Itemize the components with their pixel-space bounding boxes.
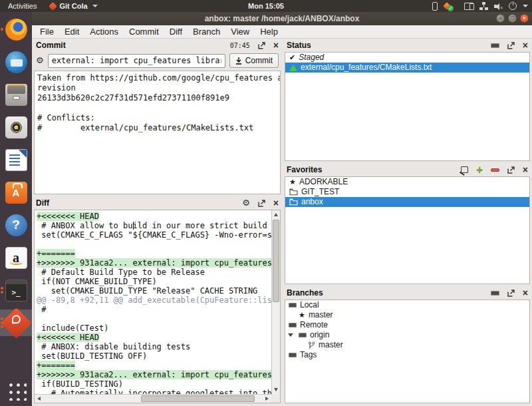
close-icon[interactable]: × (523, 289, 528, 297)
diff-line: +======= (37, 249, 271, 258)
diff-panel: Diff ⚙ × +<<<<<<< HEAD # ANBOX allow to … (32, 196, 283, 405)
vertical-scrollbar[interactable] (271, 210, 280, 394)
launcher-thunderbird-icon[interactable] (0, 49, 32, 75)
close-icon[interactable]: × (523, 166, 528, 174)
status-group-staged[interactable]: ✔Staged (285, 53, 529, 63)
launcher-files-icon[interactable] (0, 81, 32, 108)
git-cola-mini-icon (49, 2, 58, 11)
status-file-row[interactable]: external/cpu_features/CMakeLists.txt (285, 63, 529, 73)
diff-line: # ANBOX: disable building tests (37, 342, 271, 351)
branches-tree[interactable]: Local★masterRemoteoriginmasterTags (285, 300, 530, 403)
scroll-left-icon[interactable] (37, 397, 41, 401)
phone-icon[interactable] (432, 2, 438, 11)
scroll-down-icon[interactable] (274, 388, 278, 391)
diff-line: set(CMAKE_BUILD_TYPE "Release" CACHE STR… (37, 286, 271, 296)
diff-view[interactable]: +<<<<<<< HEAD # ANBOX allow to build in … (34, 210, 281, 403)
close-icon[interactable]: × (273, 199, 279, 207)
system-tray: × (432, 0, 528, 12)
detach-icon[interactable] (507, 42, 515, 49)
detach-icon[interactable] (507, 290, 515, 297)
branch-row-tags[interactable]: Tags (285, 350, 529, 360)
minimize-button[interactable]: − (496, 14, 505, 23)
network-icon[interactable] (479, 2, 488, 10)
diff-line: +>>>>>>> 931aca2... external: import cpu… (37, 370, 271, 379)
expander-icon[interactable] (288, 333, 293, 337)
favorite-item[interactable]: GIT_TEST (285, 187, 529, 197)
commit-panel-title: Commit (36, 41, 66, 50)
horizontal-scrollbar[interactable] (35, 394, 271, 403)
power-icon[interactable] (509, 2, 517, 10)
volume-icon[interactable]: × (494, 3, 503, 10)
favorites-panel-title: Favorites (287, 165, 322, 174)
detach-icon[interactable] (258, 42, 265, 49)
download-arrow-icon (235, 57, 242, 65)
branch-row-master[interactable]: ★master (285, 310, 529, 320)
chevron-down-icon (92, 5, 98, 7)
launcher-rhythmbox-icon[interactable] (0, 114, 32, 140)
branch-row-master[interactable]: master (285, 340, 529, 350)
favorites-list[interactable]: ★ADORKABLEGIT_TESTanbox (285, 176, 530, 284)
launcher-software-icon[interactable]: A (0, 179, 32, 206)
remove-icon[interactable] (491, 168, 499, 172)
menu-actions[interactable]: Actions (84, 27, 124, 37)
dock-toggle-icon[interactable] (491, 43, 499, 48)
launcher-terminal-icon[interactable]: >_ (0, 277, 32, 304)
favorites-panel-header: Favorites + × (283, 163, 532, 176)
favorite-item[interactable]: anbox (285, 197, 529, 207)
menu-help[interactable]: Help (255, 27, 283, 37)
gear-icon[interactable]: ⚙ (242, 199, 250, 207)
scrollbar-thumb[interactable] (273, 220, 279, 302)
commit-summary-input[interactable] (48, 54, 225, 68)
close-icon[interactable]: × (273, 41, 279, 49)
menu-edit[interactable]: Edit (59, 27, 84, 37)
commit-message-line: 26133d3b620c2c27f31d571efd27371100f891e9 (37, 93, 277, 103)
diff-line: # Automatically incorporate googletest i… (37, 389, 271, 394)
launcher-firefox-icon[interactable] (0, 16, 32, 43)
close-icon[interactable]: × (523, 41, 528, 49)
branch-row-remote[interactable]: Remote (285, 320, 529, 330)
branch-row-local[interactable]: Local (285, 300, 529, 310)
activities-button[interactable]: Activities (0, 2, 45, 10)
git-cola-window: anbox: master /home/jack/ANBOX/anbox − □… (32, 12, 532, 406)
launcher-writer-icon[interactable] (0, 146, 32, 173)
scroll-right-icon[interactable] (265, 397, 269, 401)
commit-message-area[interactable]: Taken from https://github.com/google/cpu… (34, 71, 281, 194)
dock-toggle-icon[interactable] (491, 291, 499, 296)
branch-row-origin[interactable]: origin (285, 330, 529, 340)
detach-icon[interactable] (507, 166, 515, 174)
maximize-button[interactable]: □ (508, 14, 517, 23)
close-button[interactable]: × (520, 14, 529, 23)
text-cursor (133, 222, 134, 230)
app-menu[interactable]: Git Cola (45, 2, 102, 10)
launcher-showapps-icon[interactable] (0, 377, 32, 403)
diff-line: @@ -89,8 +92,11 @@ add_executable(CpuFea… (37, 296, 271, 305)
favorite-item[interactable]: ★ADORKABLE (285, 177, 529, 187)
menu-diff[interactable]: Diff (164, 27, 188, 37)
launcher-amazon-icon[interactable]: a (0, 244, 32, 271)
launcher-gitcola-icon[interactable] (0, 309, 32, 336)
amazon-glyph: a (6, 248, 27, 268)
scrollbar-thumb[interactable] (141, 395, 255, 402)
launcher-help-icon[interactable]: ? (0, 212, 32, 238)
diff-text[interactable]: +<<<<<<< HEAD # ANBOX allow to build in … (35, 210, 271, 394)
status-panel-header: Status × (283, 39, 532, 52)
commit-message-line: # Conflicts: (37, 113, 277, 123)
menu-commit[interactable]: Commit (124, 27, 164, 37)
display-icon[interactable] (464, 3, 473, 10)
status-list[interactable]: ✔Stagedexternal/cpu_features/CMakeLists.… (285, 52, 530, 161)
commit-button[interactable]: Commit (229, 53, 279, 68)
detach-icon[interactable] (258, 200, 265, 207)
gear-icon[interactable]: ⚙ (36, 57, 44, 65)
scrollbar-corner (271, 394, 280, 403)
menu-branch[interactable]: Branch (188, 27, 225, 37)
caret-down-icon[interactable] (523, 5, 528, 7)
menu-file[interactable]: File (35, 27, 59, 37)
favorites-panel: Favorites + × ★ADORKABLEGIT_TESTanbox (283, 163, 532, 286)
diff-panel-title: Diff (36, 198, 49, 208)
scroll-up-icon[interactable] (274, 213, 278, 216)
cola-status-icon[interactable] (444, 2, 453, 11)
menu-view[interactable]: View (225, 27, 255, 37)
edit-favorites-icon[interactable] (461, 166, 468, 173)
diff-line: set(CMAKE_C_FLAGS "${CMAKE_C_FLAGS} -Wno… (37, 230, 271, 240)
add-icon[interactable]: + (476, 166, 482, 173)
